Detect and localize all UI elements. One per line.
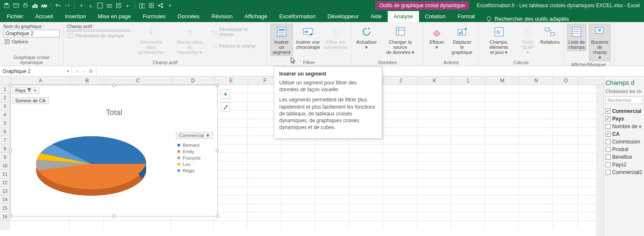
legend-field-chip[interactable]: Commercial ▼ [176, 132, 213, 139]
checkbox[interactable] [605, 109, 611, 114]
tab-format[interactable]: Format [452, 11, 481, 22]
row-header[interactable]: 9 [0, 153, 10, 161]
row-header[interactable]: 4 [0, 110, 10, 119]
checkbox[interactable] [605, 162, 611, 167]
row-header[interactable]: 15 [0, 204, 10, 212]
tab-analyse[interactable]: Analyse [388, 11, 419, 22]
tab-données[interactable]: Données [172, 11, 205, 22]
tab-excelformation[interactable]: Excelformation [273, 11, 322, 22]
qat-customize-icon[interactable]: ▾ [167, 2, 173, 9]
field-item[interactable]: Bénéfice [605, 153, 642, 161]
checkbox[interactable] [605, 147, 611, 152]
field-item[interactable]: Commission [605, 138, 642, 146]
row-header[interactable]: 12 [0, 178, 10, 187]
tab-révision[interactable]: Révision [205, 11, 239, 22]
resize-handle[interactable] [9, 214, 12, 218]
chart-elements-button[interactable]: + [221, 90, 230, 99]
row-header[interactable]: 5 [0, 119, 10, 127]
row-header[interactable]: 14 [0, 195, 10, 204]
row-header[interactable]: 8 [0, 144, 10, 153]
select-all-corner[interactable] [0, 76, 11, 84]
legend-item[interactable]: Emily [178, 149, 213, 154]
column-header[interactable]: M [486, 76, 519, 84]
resize-handle[interactable] [9, 84, 12, 87]
row-header[interactable]: 10 [0, 161, 10, 170]
tab-aide[interactable]: Aide [365, 11, 388, 22]
value-field-chip[interactable]: Somme de CA [12, 97, 49, 104]
redo-icon[interactable] [64, 2, 71, 9]
chart-title[interactable]: Total [11, 108, 217, 117]
tab-fichier[interactable]: Fichier [1, 11, 29, 22]
spellcheck-icon[interactable]: ABC [41, 2, 47, 9]
chart-styles-button[interactable] [221, 102, 230, 112]
chart-icon[interactable] [31, 2, 38, 9]
chart-name-input[interactable]: Graphique 2 [3, 30, 60, 37]
save-icon[interactable] [3, 2, 10, 9]
change-datasource-button[interactable]: Changer la sourcede données ▾ [380, 24, 420, 56]
active-field-input[interactable] [67, 30, 130, 31]
checkbox[interactable] [605, 170, 611, 175]
field-item[interactable]: CA [605, 130, 642, 138]
undo-icon[interactable] [55, 2, 61, 9]
legend-item[interactable]: Bernard [178, 143, 213, 148]
macro-icon[interactable]: ▸ [125, 2, 131, 9]
refresh-button[interactable]: Actualiser▾ [355, 24, 378, 51]
tab-mise-en-page[interactable]: Mise en page [92, 11, 137, 22]
borders-icon[interactable] [97, 2, 103, 9]
email-icon[interactable] [13, 2, 19, 9]
sort-desc-icon[interactable]: ▴ [87, 2, 94, 9]
camera-icon[interactable] [106, 2, 113, 9]
name-box[interactable]: Graphique 2 ▼ [0, 66, 72, 76]
tab-accueil[interactable]: Accueil [29, 11, 59, 22]
checkbox[interactable] [605, 132, 611, 137]
legend-item[interactable]: François [178, 155, 213, 160]
checkbox[interactable] [605, 124, 611, 129]
clear-button[interactable]: Effacer▾ [427, 24, 447, 51]
column-header[interactable]: A [11, 76, 70, 84]
field-buttons-button[interactable]: Boutons dechamp ▾ [589, 24, 611, 61]
tab-affichage[interactable]: Affichage [239, 11, 273, 22]
row-header[interactable]: 11 [0, 170, 10, 178]
fields-items-sets-button[interactable]: fx Champs, élémentset jeux ▾ [482, 24, 516, 56]
tab-création[interactable]: Création [419, 11, 452, 22]
field-item[interactable]: Commercial [605, 107, 642, 115]
column-header[interactable]: B [70, 76, 104, 84]
insert-slicer-button[interactable]: Insérer unsegment [270, 24, 293, 56]
field-item[interactable]: Produit [605, 146, 642, 153]
field-item[interactable]: Pays [605, 115, 642, 123]
quickprint-icon[interactable] [22, 2, 29, 9]
column-header[interactable]: O [553, 76, 579, 84]
resize-handle[interactable] [216, 84, 219, 87]
fx-icon[interactable]: fx [89, 68, 93, 74]
tell-me-search[interactable]: Rechercher des outils adaptés [481, 16, 574, 22]
field-item[interactable]: Nombre de v [605, 123, 642, 130]
move-chart-button[interactable]: Déplacer legraphique [449, 24, 475, 56]
tab-insertion[interactable]: Insertion [59, 11, 92, 22]
column-header[interactable]: N [519, 76, 553, 84]
form-icon[interactable] [115, 2, 122, 9]
cancel-icon[interactable]: ✕ [75, 68, 80, 74]
resize-handle[interactable] [216, 214, 219, 218]
row-header[interactable]: 3 [0, 102, 10, 110]
row-header[interactable]: 6 [0, 127, 10, 136]
column-header[interactable]: J [384, 76, 418, 84]
column-header[interactable]: E [214, 76, 248, 84]
legend-item[interactable]: Lou [178, 162, 213, 167]
resize-handle[interactable] [112, 84, 116, 87]
pivot-icon[interactable] [148, 2, 155, 9]
field-item[interactable]: Commercial2 [605, 169, 642, 176]
report-filter-chip[interactable]: Pays ▼ [12, 87, 39, 94]
resize-handle[interactable] [112, 214, 116, 218]
checkbox[interactable] [605, 116, 611, 121]
column-header[interactable]: K [418, 76, 452, 84]
field-search-input[interactable]: Rechercher [605, 96, 642, 104]
vertical-scrollbar[interactable] [597, 85, 603, 236]
enter-icon[interactable]: ✓ [82, 68, 86, 74]
row-header[interactable]: 13 [0, 187, 10, 195]
field-item[interactable]: Pays2 [605, 161, 642, 169]
relations-button[interactable]: Relations [540, 24, 560, 46]
column-header[interactable]: L [452, 76, 486, 84]
options-button[interactable]: Options [3, 38, 60, 45]
tab-formules[interactable]: Formules [137, 11, 172, 22]
insert-timeline-button[interactable]: Insérer unechronologie [295, 24, 320, 51]
